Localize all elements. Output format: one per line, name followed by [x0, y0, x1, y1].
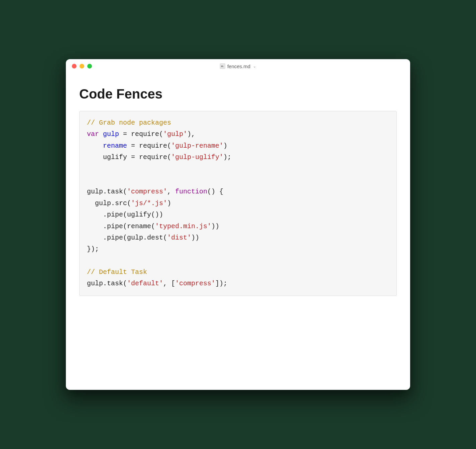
- window-title[interactable]: M↓ fences.md ⌄: [220, 63, 256, 69]
- code-comment: // Grab node packages: [87, 119, 171, 127]
- code-string: 'gulp-rename': [171, 142, 223, 150]
- maximize-button[interactable]: [87, 64, 92, 68]
- code-text: uglify = require(: [103, 153, 171, 161]
- code-text: = require(: [127, 142, 171, 150]
- traffic-lights: [66, 64, 92, 68]
- chevron-down-icon: ⌄: [253, 64, 256, 68]
- app-window: M↓ fences.md ⌄ Code Fences // Grab node …: [66, 59, 410, 390]
- code-text: ): [167, 199, 171, 207]
- code-text: )): [211, 222, 219, 230]
- minimize-button[interactable]: [80, 64, 84, 68]
- code-indent: [87, 153, 103, 161]
- code-text: });: [87, 245, 99, 253]
- code-text: gulp.task(: [87, 188, 127, 195]
- code-string: 'gulp': [163, 130, 187, 138]
- code-text: ]);: [215, 280, 227, 287]
- code-string: 'compress': [127, 188, 167, 195]
- code-text: )): [191, 234, 199, 242]
- code-text: .pipe(uglify()): [87, 211, 163, 218]
- code-text: ): [223, 142, 227, 150]
- code-text: .pipe(rename(: [87, 222, 155, 230]
- code-fence-block: // Grab node packages var gulp = require…: [79, 111, 397, 296]
- code-identifier: rename: [103, 142, 127, 150]
- code-text: ,: [167, 188, 175, 195]
- filename-label: fences.md: [227, 63, 250, 69]
- code-text: ),: [187, 130, 195, 138]
- page-heading: Code Fences: [79, 87, 397, 102]
- code-text: , [: [163, 280, 175, 287]
- code-string: 'compress': [175, 280, 215, 287]
- code-identifier: gulp: [103, 130, 119, 138]
- code-string: 'dist': [167, 234, 191, 242]
- code-text: .pipe(gulp.dest(: [87, 234, 167, 242]
- close-button[interactable]: [72, 64, 77, 68]
- code-keyword: function: [175, 188, 207, 195]
- code-text: () {: [207, 188, 223, 195]
- markdown-file-icon: M↓: [220, 63, 225, 69]
- code-string: 'typed.min.js': [155, 222, 211, 230]
- code-text: );: [223, 153, 231, 161]
- code-keyword: var: [87, 130, 99, 138]
- code-comment: // Default Task: [87, 268, 147, 276]
- code-text: gulp.task(: [87, 280, 127, 287]
- code-string: 'default': [127, 280, 163, 287]
- code-string: 'js/*.js': [131, 199, 167, 207]
- code-text: = require(: [119, 130, 163, 138]
- titlebar: M↓ fences.md ⌄: [66, 59, 410, 73]
- code-text: gulp.src(: [87, 199, 131, 207]
- editor-content[interactable]: Code Fences // Grab node packages var gu…: [66, 73, 410, 390]
- code-indent: [87, 142, 103, 150]
- code-string: 'gulp-uglify': [171, 153, 223, 161]
